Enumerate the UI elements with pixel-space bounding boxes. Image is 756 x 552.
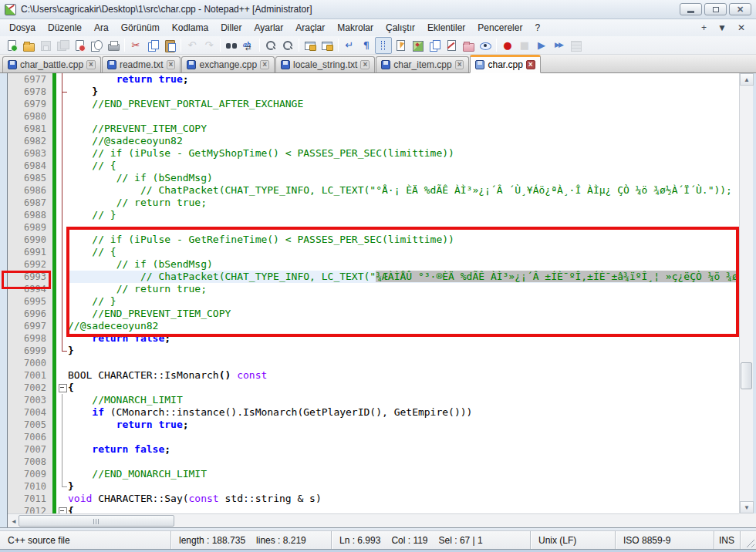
- code-text[interactable]: //END_PREVENT_PORTAL_AFTER_EXCHANGE: [68, 98, 739, 110]
- code-text[interactable]: // ChatPacket(CHAT_TYPE_INFO, LC_TEXT("°…: [68, 184, 739, 197]
- code-text[interactable]: // if (bSendMsg): [68, 258, 739, 271]
- code-text[interactable]: // {: [68, 246, 739, 258]
- line-number[interactable]: 6983: [8, 147, 52, 160]
- fold-collapse-box[interactable]: [56, 505, 68, 513]
- fold-collapse-box[interactable]: [56, 382, 68, 394]
- horizontal-scrollbar-thumb[interactable]: [19, 515, 174, 527]
- print-button[interactable]: [105, 37, 122, 54]
- code-text[interactable]: // }: [68, 209, 739, 221]
- tab-close-icon[interactable]: ×: [526, 60, 535, 69]
- code-text[interactable]: //@sadeceoyun82: [68, 320, 739, 332]
- menu-item-makrolar[interactable]: Makrolar: [331, 20, 380, 35]
- line-number[interactable]: 7008: [8, 456, 52, 468]
- sync-vertical-scroll-button[interactable]: [302, 37, 319, 54]
- line-number[interactable]: 6978: [8, 86, 52, 98]
- code-text[interactable]: //END_PREVENT_ITEM_COPY: [68, 308, 739, 320]
- code-text[interactable]: {: [68, 382, 739, 394]
- save-all-button[interactable]: [54, 37, 71, 54]
- horizontal-scrollbar[interactable]: ◄: [8, 513, 739, 527]
- menu-item-aralar[interactable]: Araçlar: [289, 20, 331, 35]
- macro-play-button[interactable]: ▶: [533, 37, 550, 54]
- line-number[interactable]: 6987: [8, 197, 52, 209]
- code-text[interactable]: BOOL CHARACTER::IsMonarch() const: [68, 369, 739, 382]
- folder-as-workspace-button[interactable]: [460, 37, 477, 54]
- line-number[interactable]: 7012: [8, 505, 52, 513]
- line-number[interactable]: 6989: [8, 221, 52, 234]
- code-text[interactable]: [68, 221, 739, 234]
- code-text[interactable]: //MONARCH_LIMIT: [68, 394, 739, 406]
- menu-item-pencereler[interactable]: Pencereler: [471, 20, 528, 35]
- menu-item-grnm[interactable]: Görünüm: [115, 20, 166, 35]
- tab-close-icon[interactable]: ×: [86, 60, 96, 69]
- line-number[interactable]: 6985: [8, 172, 52, 184]
- edit-document-button[interactable]: [443, 37, 460, 54]
- menu-item-dzenle[interactable]: Düzenle: [42, 20, 88, 35]
- code-text[interactable]: // return true;: [68, 197, 739, 209]
- tab-close-icon[interactable]: ×: [260, 60, 269, 69]
- line-number[interactable]: 6984: [8, 160, 52, 172]
- code-text[interactable]: [68, 431, 739, 443]
- line-number[interactable]: 6993: [8, 271, 52, 283]
- line-number[interactable]: 7001: [8, 369, 52, 382]
- tab-locale-string-txt[interactable]: locale_string.txt×: [275, 56, 375, 72]
- indent-guide-button[interactable]: [375, 37, 392, 54]
- line-number[interactable]: 6991: [8, 246, 52, 258]
- new-file-button[interactable]: [3, 37, 20, 54]
- tab-char-item-cpp[interactable]: char_item.cpp×: [376, 56, 469, 72]
- redo-button[interactable]: ↷: [201, 37, 218, 54]
- menu-item-dosya[interactable]: Dosya: [3, 20, 42, 35]
- line-number[interactable]: 6980: [8, 110, 52, 123]
- menu-item-altr[interactable]: Çalıştır: [380, 20, 421, 35]
- line-number[interactable]: 7006: [8, 431, 52, 443]
- line-number[interactable]: 7004: [8, 406, 52, 419]
- code-text[interactable]: [68, 456, 739, 468]
- line-number[interactable]: 6981: [8, 123, 52, 135]
- line-number[interactable]: 6995: [8, 295, 52, 308]
- line-number[interactable]: 7005: [8, 419, 52, 431]
- code-text[interactable]: //@sadeceoyun82: [68, 135, 739, 147]
- line-number[interactable]: 6997: [8, 320, 52, 332]
- code-text[interactable]: //END_MONARCH_LIMIT: [68, 468, 739, 480]
- code-text[interactable]: // if (iPulse - GetRefineTime() < PASSES…: [68, 234, 739, 246]
- code-text[interactable]: // ChatPacket(CHAT_TYPE_INFO, LC_TEXT("¾…: [68, 271, 739, 283]
- line-number[interactable]: 7009: [8, 468, 52, 480]
- restore-button[interactable]: [704, 3, 727, 15]
- resize-grip[interactable]: [741, 531, 756, 549]
- line-number[interactable]: 6988: [8, 209, 52, 221]
- replace-button[interactable]: [240, 37, 257, 54]
- macro-stop-button[interactable]: ■: [516, 37, 533, 54]
- line-number[interactable]: 6992: [8, 258, 52, 271]
- line-number[interactable]: 7003: [8, 394, 52, 406]
- macro-record-button[interactable]: ●: [499, 37, 516, 54]
- code-text[interactable]: void CHARACTER::Say(const std::string & …: [68, 493, 739, 505]
- line-number[interactable]: 6994: [8, 283, 52, 295]
- close-file-button[interactable]: [71, 37, 88, 54]
- tab-exchange-cpp[interactable]: exchange.cpp×: [181, 56, 275, 72]
- menu-item-kodlama[interactable]: Kodlama: [166, 20, 214, 35]
- close-button[interactable]: ✕: [729, 3, 751, 15]
- tab-close-icon[interactable]: ×: [167, 60, 176, 69]
- scroll-down-arrow[interactable]: ▼: [740, 501, 754, 513]
- menu-item-eklentiler[interactable]: Eklentiler: [421, 20, 471, 35]
- code-text[interactable]: return false;: [68, 332, 739, 345]
- macro-save-button[interactable]: [567, 37, 584, 54]
- zoom-in-button[interactable]: [262, 37, 279, 54]
- line-number[interactable]: 6979: [8, 98, 52, 110]
- code-text[interactable]: }: [68, 345, 739, 357]
- line-number[interactable]: 7010: [8, 480, 52, 493]
- show-all-characters-button[interactable]: ¶: [358, 37, 375, 54]
- code-text[interactable]: }: [68, 86, 739, 98]
- menu-close-button[interactable]: ✕: [737, 22, 745, 33]
- menu-plus-button[interactable]: +: [701, 22, 707, 33]
- zoom-out-button[interactable]: [279, 37, 296, 54]
- tab-close-icon[interactable]: ×: [455, 60, 464, 69]
- code-text[interactable]: // if (iPulse - GetMyShopTime() < PASSES…: [68, 147, 739, 160]
- find-button[interactable]: [223, 37, 240, 54]
- code-text[interactable]: return true;: [68, 419, 739, 431]
- copy-button[interactable]: [144, 37, 161, 54]
- menu-item-[interactable]: ?: [528, 20, 546, 35]
- close-all-button[interactable]: [88, 37, 105, 54]
- code-text[interactable]: if (CMonarch::instance().IsMonarch(GetPl…: [68, 406, 739, 419]
- sync-horizontal-scroll-button[interactable]: [319, 37, 336, 54]
- save-file-button[interactable]: [37, 37, 54, 54]
